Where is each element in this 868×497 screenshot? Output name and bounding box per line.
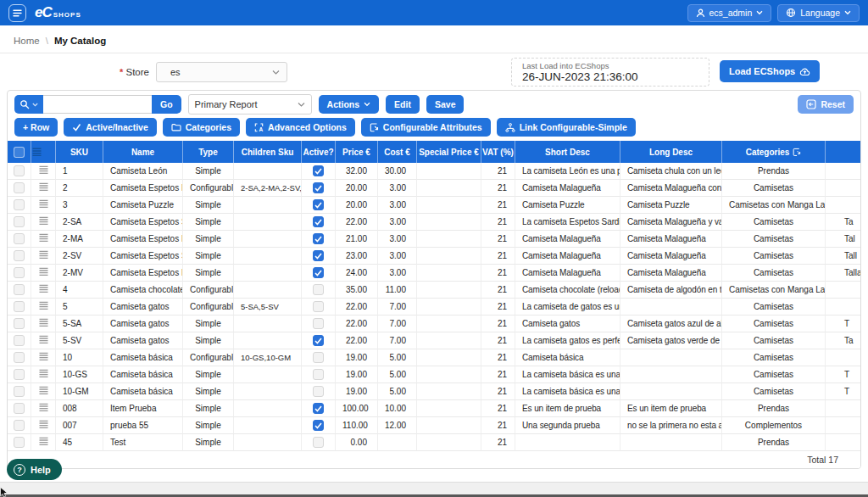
- cell-active[interactable]: [302, 248, 336, 265]
- cell-price[interactable]: 32.00: [336, 163, 378, 180]
- row-menu-cell[interactable]: [31, 180, 56, 197]
- row-menu-cell[interactable]: [31, 316, 56, 332]
- row-menu-cell[interactable]: [31, 299, 56, 316]
- cell-vat[interactable]: 21: [481, 383, 515, 400]
- cell-long-desc[interactable]: [620, 383, 722, 400]
- cell-categories[interactable]: Camisetas: [722, 366, 826, 383]
- row-checkbox[interactable]: [14, 318, 25, 329]
- cell-price[interactable]: 19.00: [336, 366, 378, 383]
- row-select-cell[interactable]: [8, 180, 31, 197]
- cell-children-sku[interactable]: [234, 400, 302, 417]
- cell-active[interactable]: [302, 349, 336, 366]
- cell-children-sku[interactable]: [234, 417, 302, 434]
- cell-children-sku[interactable]: [234, 332, 302, 349]
- cell-categories[interactable]: Camisetas: [722, 316, 826, 332]
- cell-long-desc[interactable]: Camiseta chula con un león: [620, 163, 722, 180]
- select-all-checkbox[interactable]: [14, 147, 25, 158]
- active-checkbox[interactable]: [313, 216, 324, 227]
- cell-type[interactable]: Simple: [183, 383, 234, 400]
- cell-special-price[interactable]: [417, 197, 481, 214]
- cell-active[interactable]: [302, 332, 336, 349]
- cell-short-desc[interactable]: Camiseta Malagueña: [515, 265, 620, 282]
- row-select-cell[interactable]: [8, 383, 31, 400]
- cell-categories[interactable]: Camisetas: [722, 349, 826, 366]
- row-menu-cell[interactable]: [31, 383, 56, 400]
- cell-price[interactable]: 22.00: [336, 214, 378, 231]
- cell-vat[interactable]: 21: [481, 163, 515, 180]
- cell-price[interactable]: 23.00: [336, 248, 378, 265]
- cell-cost[interactable]: 3.00: [378, 180, 417, 197]
- cell-sku[interactable]: 10: [56, 349, 103, 366]
- active-checkbox[interactable]: [313, 267, 324, 278]
- cell-short-desc[interactable]: La camiseta básica es una pre...: [515, 366, 620, 383]
- cell-extra[interactable]: Ta: [826, 214, 860, 231]
- cell-type[interactable]: Simple: [183, 400, 234, 417]
- cell-long-desc[interactable]: no se la primera no esta ayud...: [620, 417, 722, 434]
- cell-categories[interactable]: Prendas: [722, 400, 826, 417]
- active-checkbox[interactable]: [313, 233, 324, 244]
- cell-price[interactable]: 22.00: [336, 332, 378, 349]
- cell-children-sku[interactable]: [234, 366, 302, 383]
- row-checkbox[interactable]: [14, 165, 25, 176]
- col-header-categories[interactable]: Categories: [722, 141, 826, 163]
- reset-button[interactable]: Reset: [798, 95, 854, 114]
- active-checkbox[interactable]: [313, 352, 324, 363]
- row-checkbox[interactable]: [14, 386, 25, 397]
- row-checkbox[interactable]: [14, 437, 25, 448]
- row-select-cell[interactable]: [8, 349, 31, 366]
- cell-children-sku[interactable]: [234, 197, 302, 214]
- cell-categories[interactable]: Camisetas: [722, 299, 826, 316]
- cell-short-desc[interactable]: [515, 434, 620, 451]
- cell-short-desc[interactable]: La camiseta Espetos Sardinas ...: [515, 214, 620, 231]
- active-inactive-button[interactable]: Active/Inactive: [64, 118, 157, 137]
- cell-short-desc[interactable]: Camiseta Malagueña: [515, 231, 620, 248]
- cell-long-desc[interactable]: Camiseta gatos azul de algodón: [620, 316, 722, 332]
- row-select-cell[interactable]: [8, 265, 31, 282]
- row-menu-cell[interactable]: [31, 400, 56, 417]
- cell-special-price[interactable]: [417, 434, 481, 451]
- row-checkbox[interactable]: [14, 352, 25, 363]
- cell-special-price[interactable]: [417, 417, 481, 434]
- cell-special-price[interactable]: [417, 349, 481, 366]
- cell-long-desc[interactable]: Camiseta Malagueña: [620, 265, 722, 282]
- cell-name[interactable]: Camiseta chocolate: [103, 282, 183, 299]
- cell-long-desc[interactable]: Es un item de prueba: [620, 400, 722, 417]
- cell-active[interactable]: [302, 180, 336, 197]
- cell-name[interactable]: Camiseta básica: [103, 349, 183, 366]
- cell-special-price[interactable]: [417, 214, 481, 231]
- row-menu-cell[interactable]: [31, 197, 56, 214]
- cell-extra[interactable]: [826, 417, 860, 434]
- search-options-button[interactable]: [14, 95, 43, 114]
- cell-active[interactable]: [302, 282, 336, 299]
- row-checkbox[interactable]: [14, 420, 25, 431]
- cell-active[interactable]: [302, 231, 336, 248]
- row-checkbox[interactable]: [14, 301, 25, 312]
- row-checkbox[interactable]: [14, 199, 25, 210]
- cell-cost[interactable]: 3.00: [378, 265, 417, 282]
- row-menu-icon[interactable]: [38, 199, 49, 209]
- cell-long-desc[interactable]: [620, 366, 722, 383]
- cell-short-desc[interactable]: La camiseta gatos es perfecta...: [515, 332, 620, 349]
- row-menu-cell[interactable]: [31, 265, 56, 282]
- cell-price[interactable]: 0.00: [336, 434, 378, 451]
- cell-vat[interactable]: 21: [481, 400, 515, 417]
- cell-name[interactable]: Camiseta Espetos S ...: [103, 248, 183, 265]
- cell-short-desc[interactable]: La camiseta León es una pren...: [515, 163, 620, 180]
- cell-active[interactable]: [302, 434, 336, 451]
- row-checkbox[interactable]: [14, 216, 25, 227]
- cell-cost[interactable]: 3.00: [378, 214, 417, 231]
- cell-name[interactable]: Camiseta Espetos Pr...: [103, 180, 183, 197]
- cell-type[interactable]: Simple: [183, 197, 234, 214]
- categories-button[interactable]: Categories: [163, 118, 240, 137]
- cell-name[interactable]: Item Prueba: [103, 400, 183, 417]
- cell-type[interactable]: Simple: [183, 366, 234, 383]
- cell-cost[interactable]: 30.00: [378, 163, 417, 180]
- row-menu-icon[interactable]: [38, 352, 49, 361]
- cell-long-desc[interactable]: Camiseta Puzzle: [620, 197, 722, 214]
- cell-cost[interactable]: 3.00: [378, 248, 417, 265]
- cell-children-sku[interactable]: [234, 383, 302, 400]
- cell-categories[interactable]: Camisetas: [722, 214, 826, 231]
- cell-name[interactable]: Camiseta Puzzle: [103, 197, 183, 214]
- cell-price[interactable]: 22.00: [336, 316, 378, 332]
- row-checkbox[interactable]: [14, 182, 25, 193]
